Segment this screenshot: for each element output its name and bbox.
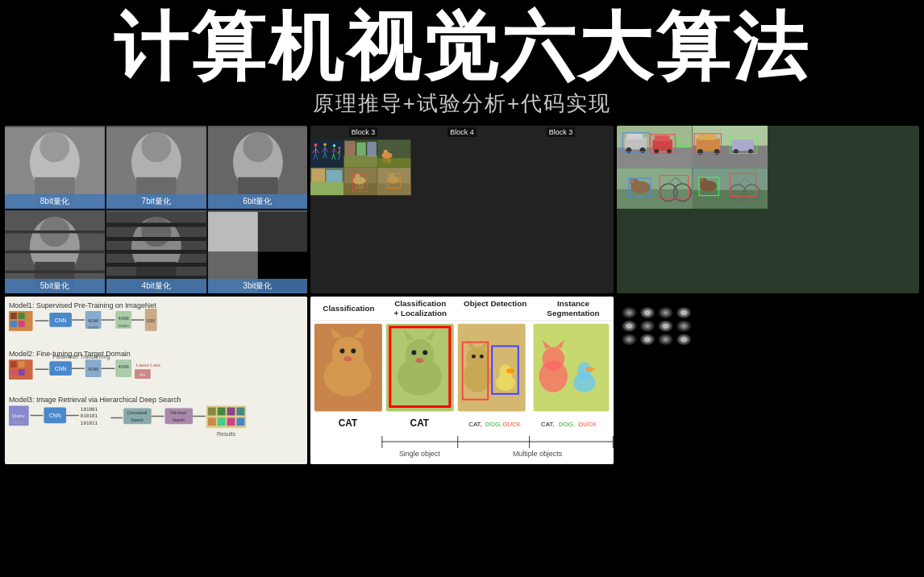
svg-point-46 xyxy=(333,144,335,147)
svg-rect-210 xyxy=(218,417,226,425)
image-bit-quantization: 8bit量化 7bit量化 6bit量化 xyxy=(5,126,307,293)
svg-point-283 xyxy=(676,320,691,331)
svg-rect-207 xyxy=(227,407,235,415)
svg-point-263 xyxy=(585,367,595,372)
svg-text:Single object: Single object xyxy=(399,449,440,457)
svg-text:4096: 4096 xyxy=(88,367,99,372)
svg-rect-147 xyxy=(10,313,17,319)
svg-text:CAT,: CAT, xyxy=(541,421,555,428)
svg-point-52 xyxy=(339,146,341,148)
block-label-1: Block 3 xyxy=(349,127,378,137)
svg-rect-123 xyxy=(617,189,693,209)
svg-rect-63 xyxy=(368,142,377,156)
svg-text:File-level: File-level xyxy=(170,411,186,415)
svg-text:Parameter Transferring: Parameter Transferring xyxy=(52,354,110,360)
svg-point-258 xyxy=(543,347,565,371)
image-pose-segmentation: Block 3 Block 4 Block 3 xyxy=(310,126,613,293)
svg-text:101011: 101011 xyxy=(81,421,98,425)
svg-rect-169 xyxy=(10,369,17,376)
label-7bit: 7bit量化 xyxy=(106,194,206,209)
svg-text:101001: 101001 xyxy=(81,406,98,411)
image-model-architecture: Model1: Supervised Pre-Training on Image… xyxy=(5,297,307,464)
svg-rect-148 xyxy=(19,313,25,319)
svg-text:Model1: Supervised Pre-Trainin: Model1: Supervised Pre-Training on Image… xyxy=(9,301,156,309)
svg-point-228 xyxy=(352,348,356,353)
svg-line-95 xyxy=(393,183,394,188)
svg-text:Results: Results xyxy=(217,431,236,437)
img1-cell-6bit: 6bit量化 xyxy=(208,126,308,209)
svg-rect-211 xyxy=(227,417,235,425)
svg-point-236 xyxy=(412,350,417,355)
svg-text:Fn: Fn xyxy=(139,372,145,377)
svg-rect-29 xyxy=(208,212,258,252)
svg-line-69 xyxy=(384,159,385,163)
svg-line-96 xyxy=(395,183,396,188)
svg-text:Query: Query xyxy=(12,413,25,418)
svg-text:nodes: nodes xyxy=(88,325,99,329)
svg-rect-205 xyxy=(208,407,216,415)
svg-text:010101: 010101 xyxy=(81,413,98,418)
svg-text:CNN: CNN xyxy=(55,366,67,372)
images-grid: 8bit量化 7bit量化 6bit量化 xyxy=(0,126,924,464)
svg-rect-62 xyxy=(357,142,366,155)
svg-line-87 xyxy=(361,184,362,189)
svg-point-229 xyxy=(344,356,352,361)
svg-rect-61 xyxy=(345,141,356,156)
block-label-2: Block 4 xyxy=(447,127,477,137)
svg-rect-91 xyxy=(378,183,411,195)
svg-point-118 xyxy=(733,149,738,154)
svg-point-126 xyxy=(629,177,634,183)
svg-line-71 xyxy=(389,159,389,163)
svg-rect-206 xyxy=(218,407,226,415)
svg-text:CAT: CAT xyxy=(339,417,358,429)
svg-point-233 xyxy=(406,338,435,371)
svg-text:4096: 4096 xyxy=(119,316,130,321)
main-title: 计算机视觉六大算法 xyxy=(0,0,924,86)
image-object-detection-vehicles xyxy=(617,126,919,293)
svg-point-281 xyxy=(640,320,655,331)
svg-rect-64 xyxy=(344,156,377,168)
img1-cell-3bit: 3bit量化 xyxy=(208,210,308,293)
svg-point-84 xyxy=(356,173,360,180)
svg-point-2 xyxy=(40,132,69,162)
svg-text:Object Detection: Object Detection xyxy=(464,299,527,308)
svg-rect-78 xyxy=(312,168,325,181)
svg-line-86 xyxy=(359,184,360,189)
svg-rect-149 xyxy=(10,321,17,327)
svg-rect-66 xyxy=(378,158,411,167)
svg-text:CAT,: CAT, xyxy=(469,421,483,428)
svg-text:DUCK: DUCK xyxy=(579,421,597,428)
svg-rect-101 xyxy=(626,133,643,139)
svg-rect-168 xyxy=(19,361,25,367)
svg-text:DOG,: DOG, xyxy=(485,421,502,428)
svg-text:+ Localization: + Localization xyxy=(394,309,447,318)
svg-point-284 xyxy=(622,334,636,345)
svg-text:Classification: Classification xyxy=(395,299,447,308)
svg-rect-150 xyxy=(19,321,25,327)
svg-text:nodes: nodes xyxy=(118,323,129,327)
img1-cell-8bit: 8bit量化 xyxy=(5,126,105,209)
svg-point-237 xyxy=(423,350,428,355)
label-4bit: 4bit量化 xyxy=(106,279,206,293)
svg-text:CNN: CNN xyxy=(49,413,61,418)
svg-text:Lasso Loss: Lasso Loss xyxy=(136,363,160,367)
svg-point-286 xyxy=(658,334,672,345)
svg-text:4096: 4096 xyxy=(119,364,130,369)
label-8bit: 8bit量化 xyxy=(5,194,105,209)
svg-rect-209 xyxy=(208,417,216,425)
svg-point-280 xyxy=(622,320,636,331)
svg-point-34 xyxy=(314,143,318,147)
svg-text:Model3: Image Retrieval via Hi: Model3: Image Retrieval via Hierarchical… xyxy=(9,395,181,403)
svg-text:DOG,: DOG, xyxy=(559,421,575,428)
svg-point-40 xyxy=(324,143,327,145)
svg-text:CNN: CNN xyxy=(55,317,67,322)
label-5bit: 5bit量化 xyxy=(5,279,105,293)
img1-cell-5bit: 5bit量化 xyxy=(5,210,105,293)
svg-point-224 xyxy=(332,336,364,371)
svg-point-277 xyxy=(640,306,655,318)
svg-text:Instance: Instance xyxy=(557,299,590,308)
svg-point-285 xyxy=(640,334,655,345)
svg-point-21 xyxy=(141,217,171,247)
svg-point-282 xyxy=(658,320,672,331)
svg-text:CAT: CAT xyxy=(410,417,430,429)
